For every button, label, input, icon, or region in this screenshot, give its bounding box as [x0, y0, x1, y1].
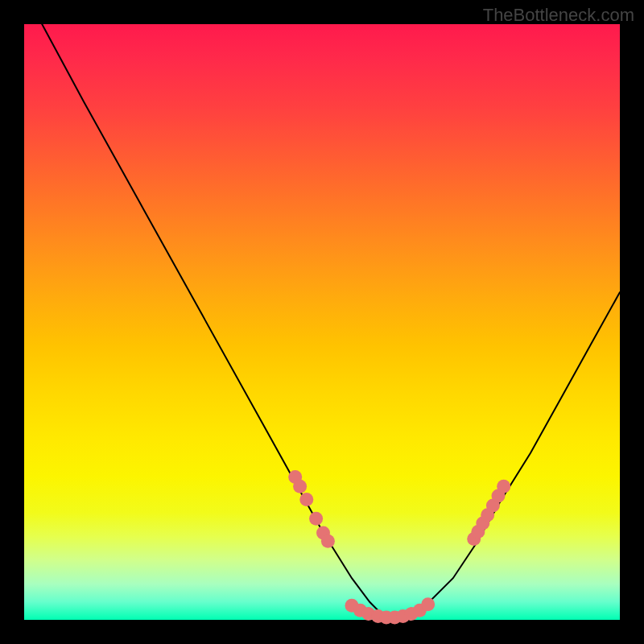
data-dot: [421, 597, 435, 611]
chart-svg: [24, 24, 620, 620]
bottleneck-curve: [42, 24, 620, 617]
data-dot: [299, 493, 313, 506]
watermark-text: TheBottleneck.com: [483, 5, 634, 26]
data-dot: [293, 480, 307, 493]
data-dot: [497, 480, 510, 493]
chart-plot-area: [24, 24, 620, 620]
data-dot: [321, 535, 335, 548]
data-dots-group: [288, 470, 510, 625]
data-dot: [309, 512, 323, 526]
